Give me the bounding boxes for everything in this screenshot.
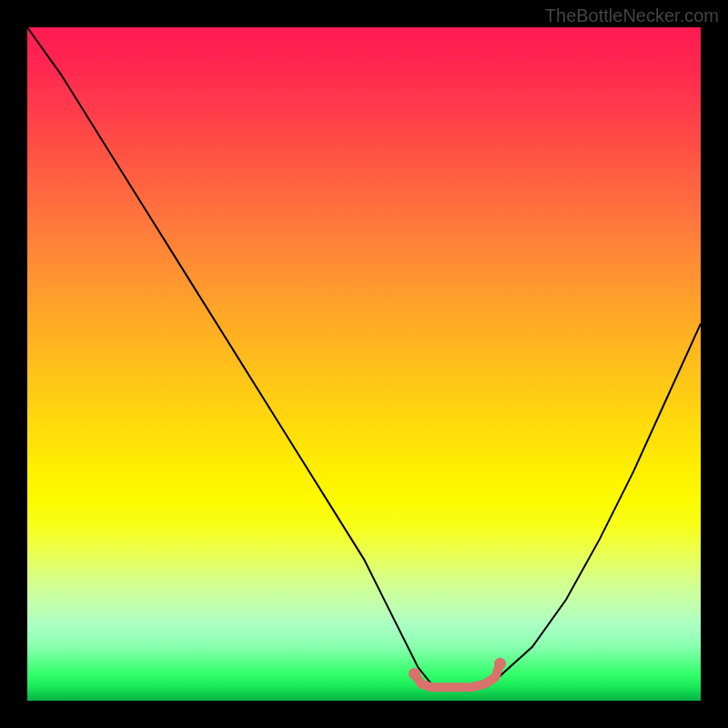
optimal-range-marker — [415, 663, 500, 687]
watermark-link[interactable]: TheBottleNecker.com — [545, 5, 719, 26]
optimal-end-dot — [494, 658, 506, 670]
chart-plot-area — [27, 27, 701, 701]
curve-svg — [27, 27, 701, 701]
optimal-start-dot — [409, 668, 420, 680]
bottleneck-curve — [27, 27, 701, 687]
